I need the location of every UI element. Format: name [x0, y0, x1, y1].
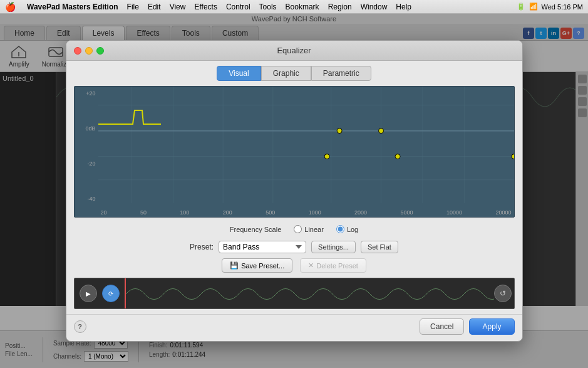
delete-preset-label: Delete Preset: [316, 262, 358, 270]
y-axis-labels: +20 0dB -20 -40: [75, 89, 98, 203]
y-label-minus40: -40: [75, 196, 98, 202]
svg-point-36: [512, 154, 514, 159]
app-name[interactable]: WavePad Masters Edition: [27, 3, 118, 11]
tab-visual[interactable]: Visual: [217, 66, 260, 81]
svg-point-35: [395, 154, 400, 159]
cancel-button[interactable]: Cancel: [420, 318, 464, 335]
maximize-button[interactable]: [96, 47, 104, 55]
linear-label: Linear: [304, 226, 324, 233]
menubar-left: 🍎 WavePad Masters Edition File Edit View…: [5, 2, 411, 12]
loop-button[interactable]: ⟳: [102, 285, 120, 302]
x-label-200: 200: [223, 209, 232, 216]
menubar: 🍎 WavePad Masters Edition File Edit View…: [0, 0, 588, 14]
reset-button[interactable]: ↺: [494, 285, 512, 302]
apply-button[interactable]: Apply: [469, 318, 514, 335]
log-radio[interactable]: [336, 225, 344, 233]
play-button[interactable]: ▶: [80, 285, 97, 302]
dialog-bottom: ? Cancel Apply: [66, 314, 522, 341]
x-label-5000: 5000: [401, 209, 413, 216]
svg-point-32: [324, 154, 329, 159]
close-button[interactable]: [74, 47, 81, 55]
preview-waveform-svg: [126, 278, 494, 308]
apple-menu[interactable]: 🍎: [5, 2, 16, 12]
svg-rect-37: [126, 278, 494, 308]
y-label-minus20: -20: [75, 160, 98, 167]
tab-graphic[interactable]: Graphic: [261, 66, 311, 81]
menu-window[interactable]: Window: [361, 3, 388, 11]
linear-radio-group: Linear: [294, 225, 324, 233]
dialog-title: Equalizer: [74, 46, 515, 55]
set-flat-button[interactable]: Set Flat: [361, 241, 398, 253]
settings-button[interactable]: Settings...: [311, 241, 356, 253]
app-window: WavePad by NCH Software Home Edit Levels…: [0, 14, 588, 368]
wifi-icon: 📶: [529, 3, 538, 11]
menubar-right: 🔋 📶 Wed 5:16 PM: [517, 3, 583, 11]
preview-waveform: [125, 278, 494, 308]
y-label-0db: 0dB: [75, 125, 98, 132]
save-icon: 💾: [230, 261, 239, 270]
x-label-1000: 1000: [309, 209, 321, 216]
freq-scale-row: Frequency Scale Linear Log: [66, 223, 522, 238]
menu-help[interactable]: Help: [396, 3, 411, 11]
x-label-50: 50: [140, 209, 147, 216]
eq-chart-area[interactable]: 869.22Hz, 1000.00% (+29dB) +20 0dB -20 -…: [74, 86, 515, 218]
preset-label: Preset:: [190, 243, 214, 251]
y-label-plus20: +20: [75, 90, 98, 97]
delete-preset-button[interactable]: ✕ Delete Preset: [300, 258, 366, 273]
x-label-20: 20: [101, 209, 107, 216]
preview-area: ▶ ⟳ ↺: [74, 278, 515, 309]
menu-file[interactable]: File: [127, 3, 139, 11]
delete-icon: ✕: [308, 261, 314, 270]
save-preset-button[interactable]: 💾 Save Preset...: [222, 258, 292, 273]
x-label-500: 500: [266, 209, 275, 216]
dialog-tabs: Visual Graphic Parametric: [66, 61, 522, 81]
freq-scale-label: Frequency Scale: [230, 226, 282, 233]
x-label-2000: 2000: [354, 209, 367, 216]
preset-select[interactable]: Band Pass Bass Boost Bass Reduce Classic…: [219, 241, 306, 253]
dialog-titlebar: Equalizer: [66, 41, 522, 61]
preset-actions-row: 💾 Save Preset... ✕ Delete Preset: [66, 256, 522, 278]
preview-controls: ▶ ⟳: [75, 285, 125, 302]
tab-parametric[interactable]: Parametric: [311, 66, 371, 81]
eq-chart-svg: [98, 87, 514, 203]
menu-control[interactable]: Control: [226, 3, 250, 11]
traffic-lights: [74, 47, 104, 55]
equalizer-dialog: Equalizer Visual Graphic Parametric 869.…: [66, 40, 523, 342]
time-display: Wed 5:16 PM: [542, 3, 583, 11]
log-label: Log: [347, 226, 358, 233]
x-axis-labels: 20 50 100 200 500 1000 2000 5000 10000 2…: [98, 209, 514, 216]
modal-overlay: Equalizer Visual Graphic Parametric 869.…: [0, 14, 588, 368]
minimize-button[interactable]: [85, 47, 93, 55]
menu-effects[interactable]: Effects: [194, 3, 217, 11]
x-label-100: 100: [180, 209, 189, 216]
linear-radio[interactable]: [294, 225, 302, 233]
x-label-20000: 20000: [495, 209, 511, 216]
log-radio-group: Log: [336, 225, 358, 233]
save-preset-label: Save Preset...: [241, 262, 284, 270]
menu-tools[interactable]: Tools: [259, 3, 277, 11]
battery-icon: 🔋: [517, 3, 525, 11]
svg-point-33: [337, 129, 342, 134]
menu-bookmark[interactable]: Bookmark: [286, 3, 319, 11]
help-button[interactable]: ?: [74, 320, 86, 333]
svg-rect-18: [98, 87, 514, 203]
menu-edit[interactable]: Edit: [148, 3, 161, 11]
svg-point-34: [378, 129, 383, 134]
menu-view[interactable]: View: [170, 3, 186, 11]
preset-row: Preset: Band Pass Bass Boost Bass Reduce…: [66, 238, 522, 256]
menu-region[interactable]: Region: [328, 3, 352, 11]
x-label-10000: 10000: [446, 209, 462, 216]
